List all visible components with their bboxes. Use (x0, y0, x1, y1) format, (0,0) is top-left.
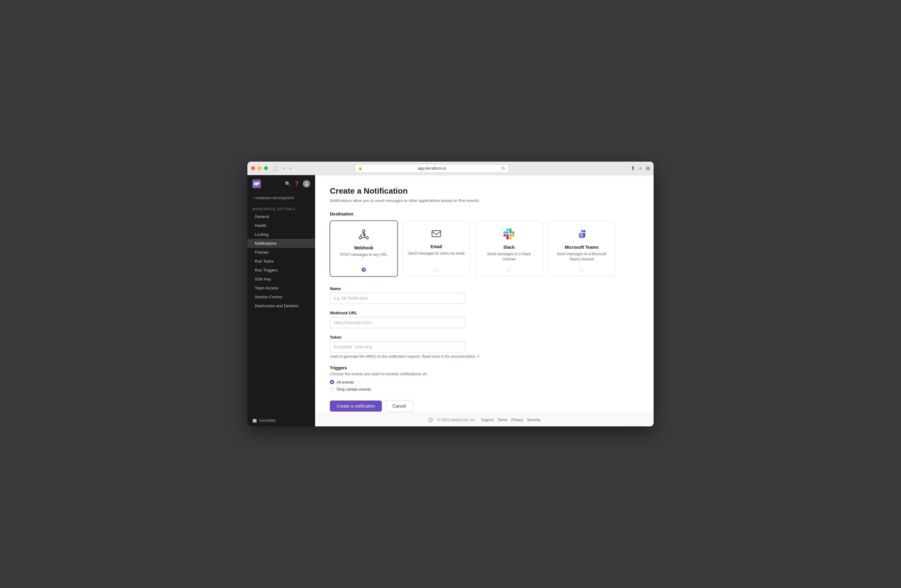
webhook-url-label: Webhook URL (330, 310, 639, 315)
name-input[interactable] (330, 293, 465, 304)
destination-cards: Webhook POST messages to any URL (330, 221, 639, 276)
reload-button[interactable]: ↻ (502, 166, 505, 171)
svg-rect-4 (432, 231, 441, 237)
footer-link-privacy[interactable]: Privacy (511, 418, 523, 422)
sidebar-item-label: Notifications (255, 241, 277, 246)
tab-grid-button[interactable]: ⊞ (646, 165, 650, 171)
sidebar-item-label: SSH Key (255, 277, 271, 281)
name-label: Name (330, 286, 639, 291)
token-help: Used to generate the HMAC on the notific… (330, 354, 639, 359)
name-form-group: Name (330, 286, 639, 304)
nav-back-button[interactable]: ‹ (282, 165, 286, 172)
sidebar-item-ssh-key[interactable]: SSH Key (248, 275, 315, 284)
traffic-light-minimize[interactable] (257, 166, 262, 170)
page-footer: ⬡ © 2023 HashiCorp, Inc. Support Terms P… (315, 413, 653, 426)
dest-radio-email[interactable] (434, 268, 438, 272)
footer-links: Support Terms Privacy Security (481, 418, 540, 422)
new-tab-button[interactable]: ＋ (638, 165, 643, 172)
sidebar-item-label: Health (255, 223, 267, 228)
chevron-up-down-icon[interactable]: ⌃ (307, 418, 310, 423)
triggers-title: Triggers (330, 365, 639, 370)
sidebar-item-general[interactable]: General (248, 212, 315, 221)
triggers-subtitle: Choose the events you want to receive no… (330, 371, 639, 376)
breadcrumb-label: metabase-development (255, 196, 293, 200)
page-title: Create a Notification (330, 186, 639, 196)
address-bar[interactable]: 🔒 app.terraform.io ↻ (355, 164, 509, 173)
triggers-section: Triggers Choose the events you want to r… (330, 365, 639, 391)
certain-events-option[interactable]: Only certain events (330, 387, 639, 391)
dest-card-email[interactable]: Email Send messages to users via email (402, 221, 470, 276)
footer-link-terms[interactable]: Terms (497, 418, 508, 422)
main-content: Create a Notification Notifications allo… (315, 175, 653, 413)
footer-link-security[interactable]: Security (527, 418, 540, 422)
all-events-option[interactable]: All events (330, 380, 639, 385)
dest-card-teams-title: Microsoft Teams (565, 245, 599, 250)
footer-link-support[interactable]: Support (481, 418, 494, 422)
lock-icon: 🔒 (358, 166, 363, 170)
sidebar-item-health[interactable]: Health (248, 221, 315, 230)
all-events-radio[interactable] (330, 380, 334, 384)
slack-icon (504, 228, 514, 241)
svg-point-2 (363, 230, 365, 232)
share-button[interactable]: ⬆ (631, 165, 635, 171)
nav-forward-button[interactable]: › (288, 165, 292, 172)
dest-card-email-desc: Send messages to users via email (408, 251, 465, 256)
svg-point-3 (366, 236, 368, 239)
avatar[interactable] (303, 180, 310, 187)
sidebar-item-notifications[interactable]: Notifications (248, 239, 315, 248)
dest-card-slack-title: Slack (504, 245, 515, 250)
dest-radio-slack[interactable] (507, 268, 511, 272)
dest-radio-webhook[interactable] (362, 268, 366, 272)
sidebar-item-run-tasks[interactable]: Run Tasks (248, 257, 315, 266)
certain-events-label: Only certain events (337, 387, 371, 391)
create-notification-button[interactable]: Create a notification (330, 401, 382, 412)
tf-logo (253, 179, 261, 188)
webhook-url-form-group: Webhook URL (330, 310, 639, 328)
breadcrumb[interactable]: ‹ metabase-development (248, 193, 315, 203)
sidebar-bottom: 🏢 knocklabs ⌃ (248, 414, 315, 426)
sidebar-item-team-access[interactable]: Team Access (248, 284, 315, 292)
browser-window: ⬜ ‹ › 🔒 app.terraform.io ↻ ⬆ ＋ ⊞ 🔍 (248, 162, 653, 426)
page-subtitle: Notifications allow you to send messages… (330, 198, 639, 203)
sidebar-item-label: Policies (255, 250, 269, 254)
token-help-link[interactable]: Read more in the documentation (422, 354, 475, 359)
traffic-light-fullscreen[interactable] (264, 166, 268, 170)
browser-titlebar: ⬜ ‹ › 🔒 app.terraform.io ↻ ⬆ ＋ ⊞ (248, 162, 653, 175)
webhook-icon (358, 228, 369, 242)
form-actions: Create a notification Cancel (330, 400, 639, 412)
sidebar-item-destruction[interactable]: Destruction and Deletion (248, 301, 315, 310)
sidebar: 🔍 ❓ ‹ metabase-development Workspace Set… (248, 175, 315, 426)
browser-body: 🔍 ❓ ‹ metabase-development Workspace Set… (248, 175, 653, 426)
dest-radio-teams[interactable] (580, 268, 584, 272)
svg-point-0 (306, 182, 307, 184)
traffic-light-close[interactable] (251, 166, 255, 170)
dest-card-webhook[interactable]: Webhook POST messages to any URL (330, 221, 398, 276)
destination-section-label: Destination (330, 212, 639, 217)
search-icon[interactable]: 🔍 (285, 181, 291, 187)
help-icon[interactable]: ❓ (294, 181, 300, 187)
sidebar-item-version-control[interactable]: Version Control (248, 292, 315, 301)
sidebar-item-label: Version Control (255, 295, 282, 299)
token-input[interactable] (330, 342, 465, 352)
webhook-url-input[interactable] (330, 317, 465, 328)
sidebar-item-run-triggers[interactable]: Run Triggers (248, 266, 315, 275)
sidebar-item-locking[interactable]: Locking (248, 230, 315, 239)
token-label: Token (330, 335, 639, 340)
certain-events-radio[interactable] (330, 387, 334, 391)
sidebar-item-label: Team Access (255, 286, 279, 290)
hashicorp-logo: ⬡ (428, 417, 433, 423)
sidebar-top-icons: 🔍 ❓ (285, 180, 310, 187)
sidebar-item-policies[interactable]: Policies (248, 248, 315, 257)
sidebar-toggle-button[interactable]: ⬜ (270, 165, 279, 172)
dest-card-webhook-desc: POST messages to any URL (340, 252, 387, 257)
dest-card-teams[interactable]: Microsoft Teams Send messages to a Micro… (548, 221, 616, 276)
workspace-name: knocklabs (259, 418, 276, 423)
all-events-label: All events (337, 380, 354, 385)
browser-actions: ⬆ ＋ ⊞ (631, 165, 650, 172)
cancel-button[interactable]: Cancel (385, 400, 413, 412)
dest-card-webhook-title: Webhook (354, 245, 374, 250)
email-icon (431, 228, 441, 240)
url-text: app.terraform.io (364, 166, 500, 170)
dest-card-slack[interactable]: Slack Send messages to a Slack channel (475, 221, 543, 276)
dest-card-email-title: Email (430, 244, 442, 249)
